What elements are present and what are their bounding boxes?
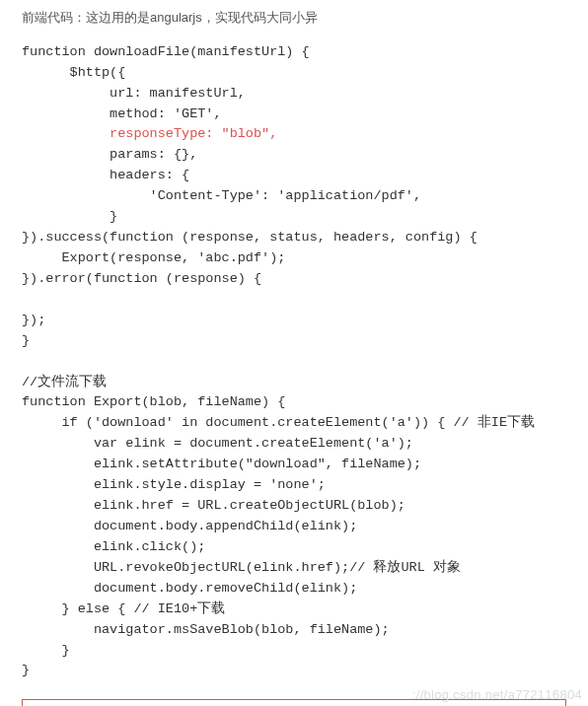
code-line: } else { // IE10+下载 bbox=[22, 601, 225, 616]
code-line: elink.click(); bbox=[22, 539, 205, 554]
intro-text: 前端代码：这边用的是angularjs，实现代码大同小异 bbox=[22, 8, 566, 29]
code-line: elink.style.display = 'none'; bbox=[22, 477, 326, 492]
code-line: headers: { bbox=[22, 168, 189, 182]
code-snippet: function downloadFile(manifestUrl) { $ht… bbox=[22, 42, 566, 682]
code-line: elink.href = URL.createObjectURL(blob); bbox=[22, 498, 405, 513]
code-line: navigator.msSaveBlob(blob, fileName); bbox=[22, 622, 390, 637]
code-line: 'Content-Type': 'application/pdf', bbox=[22, 188, 421, 203]
code-line: function downloadFile(manifestUrl) { bbox=[22, 44, 310, 59]
code-line: }); bbox=[22, 313, 45, 327]
code-line: if ('download' in document.createElement… bbox=[22, 415, 535, 430]
important-note-box: 这边最最最重要的一行代码是请求时添加responseType: "blob",参… bbox=[22, 699, 566, 706]
code-line: params: {}, bbox=[22, 147, 197, 162]
code-line: var elink = document.createElement('a'); bbox=[22, 436, 413, 451]
code-line: } bbox=[22, 663, 30, 677]
code-line: } bbox=[22, 643, 70, 658]
code-line: function Export(blob, fileName) { bbox=[22, 394, 285, 409]
code-line: Export(response, 'abc.pdf'); bbox=[22, 250, 285, 265]
code-line: }).success(function (response, status, h… bbox=[22, 230, 478, 245]
code-line: elink.setAttribute("download", fileName)… bbox=[22, 457, 421, 471]
code-line: //文件流下载 bbox=[22, 375, 107, 389]
code-line: document.body.removeChild(elink); bbox=[22, 581, 357, 596]
code-line: document.body.appendChild(elink); bbox=[22, 519, 357, 533]
code-line: }).error(function (response) { bbox=[22, 271, 261, 286]
code-line-highlight: responseType: "blob", bbox=[22, 126, 277, 141]
code-line: url: manifestUrl, bbox=[22, 86, 246, 101]
code-line: $http({ bbox=[22, 65, 125, 80]
code-line: method: 'GET', bbox=[22, 106, 222, 121]
code-line: } bbox=[22, 209, 117, 224]
code-line: } bbox=[22, 333, 30, 348]
code-line: URL.revokeObjectURL(elink.href);// 释放URL… bbox=[22, 560, 461, 575]
